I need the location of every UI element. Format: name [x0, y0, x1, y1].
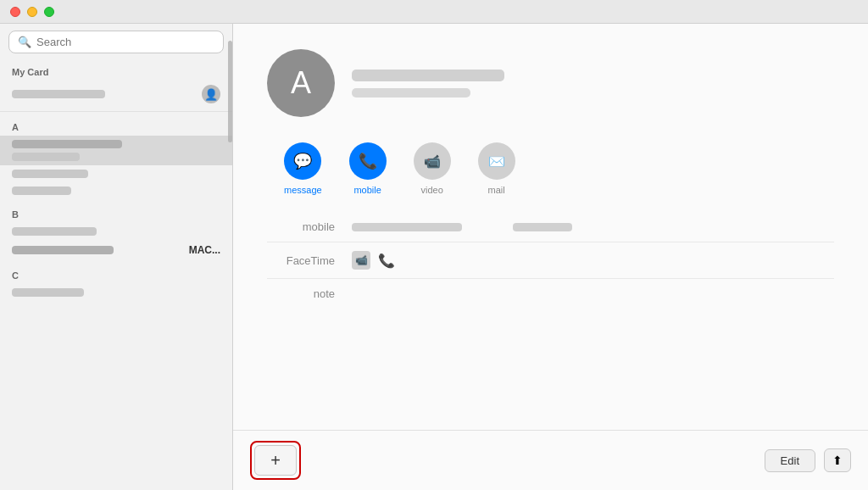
- maximize-button[interactable]: [44, 7, 54, 17]
- section-a-group: A: [0, 115, 232, 199]
- person-icon: 👤: [204, 88, 218, 101]
- phone-icon-blue: 📞: [378, 253, 395, 269]
- section-c-label: C: [0, 264, 232, 284]
- contact-2-name-blur: [12, 170, 88, 178]
- mobile-icon-circle: 📞: [349, 142, 387, 180]
- action-buttons: 💬 message 📞 mobile 📹 video ✉️: [233, 134, 868, 212]
- note-field-row: note: [267, 279, 834, 309]
- my-card-label: My Card: [0, 60, 232, 81]
- facetime-video-icon[interactable]: 📹: [352, 251, 370, 270]
- search-icon: 🔍: [18, 36, 31, 48]
- avatar: A: [267, 49, 335, 117]
- contact-1-name-blur: [12, 140, 122, 148]
- message-action-label: message: [284, 185, 322, 195]
- message-icon: 💬: [293, 152, 312, 170]
- search-bar: 🔍: [0, 24, 232, 60]
- contact-6-name-blur: [12, 288, 84, 297]
- right-buttons: Edit ⬆: [765, 448, 851, 472]
- add-button-highlight: +: [250, 441, 301, 480]
- phone-icon: 📞: [359, 152, 377, 170]
- section-b-group: B MAC...: [0, 203, 232, 260]
- mail-icon: ✉️: [488, 153, 505, 170]
- mail-icon-circle: ✉️: [478, 142, 515, 180]
- contact-4-name-blur: [12, 227, 97, 236]
- search-input-wrapper[interactable]: 🔍: [8, 31, 224, 53]
- share-icon: ⬆: [832, 454, 843, 467]
- add-contact-button[interactable]: +: [254, 445, 297, 476]
- contact-name-blur-1: [352, 70, 504, 81]
- section-a-label: A: [0, 115, 232, 136]
- contact-row-6[interactable]: [0, 284, 232, 301]
- message-icon-circle: 💬: [284, 142, 321, 180]
- contact-3-name-blur: [12, 187, 71, 195]
- scrollbar-thumb[interactable]: [228, 41, 232, 142]
- video-icon: 📹: [424, 153, 441, 170]
- mail-action-label: mail: [488, 185, 505, 195]
- video-action-label: video: [420, 185, 442, 195]
- app-container: 🔍 My Card 👤 A: [0, 24, 868, 490]
- fields-section: mobile FaceTime 📹 📞 note: [233, 212, 868, 430]
- search-input[interactable]: [36, 36, 214, 48]
- mail-action-button[interactable]: ✉️ mail: [478, 142, 515, 195]
- detail-panel: A 💬 message 📞 mobile: [233, 24, 868, 490]
- contact-row-4[interactable]: [0, 223, 232, 240]
- my-card-name-blur: [12, 90, 105, 98]
- video-action-button[interactable]: 📹 video: [414, 142, 451, 195]
- contact-1-sub-blur: [12, 153, 80, 161]
- contact-name-area: [352, 70, 504, 97]
- section-c-group: C: [0, 264, 232, 301]
- avatar-letter: A: [291, 65, 311, 101]
- contact-row-1[interactable]: [0, 136, 232, 165]
- message-action-button[interactable]: 💬 message: [284, 142, 322, 195]
- minimize-button[interactable]: [27, 7, 37, 17]
- mobile-field-label: mobile: [267, 220, 335, 233]
- share-button[interactable]: ⬆: [824, 448, 851, 472]
- note-field-label: note: [267, 287, 335, 300]
- facetime-field-row: FaceTime 📹 📞: [267, 242, 834, 279]
- plus-icon: +: [270, 451, 281, 471]
- contact-row-5[interactable]: MAC...: [0, 240, 232, 260]
- title-bar: [0, 0, 868, 24]
- my-card-person-icon: 👤: [202, 85, 220, 103]
- mac-badge: MAC...: [189, 244, 220, 256]
- section-b-label: B: [0, 203, 232, 223]
- facetime-field-label: FaceTime: [267, 254, 335, 267]
- mobile-value-blur: [352, 223, 462, 231]
- contact-5-name-blur: [12, 246, 114, 254]
- my-card-row[interactable]: 👤: [0, 81, 232, 108]
- sidebar-content: My Card 👤 A: [0, 60, 232, 490]
- mobile-field-row: mobile: [267, 212, 834, 242]
- sidebar: 🔍 My Card 👤 A: [0, 24, 233, 490]
- facetime-phone-icon[interactable]: 📞: [377, 251, 396, 270]
- my-card-section: My Card 👤: [0, 60, 232, 112]
- video-cam-icon: 📹: [355, 254, 368, 266]
- mobile-action-label: mobile: [353, 185, 381, 195]
- mobile-value-blur-2: [513, 223, 572, 231]
- video-icon-circle: 📹: [414, 142, 451, 180]
- close-button[interactable]: [10, 7, 20, 17]
- edit-button[interactable]: Edit: [765, 449, 815, 472]
- mobile-action-button[interactable]: 📞 mobile: [349, 142, 387, 195]
- contact-header: A: [233, 24, 868, 134]
- contact-row-3[interactable]: [0, 182, 232, 199]
- contact-name-blur-2: [352, 88, 470, 97]
- scrollbar-track[interactable]: [227, 24, 232, 490]
- bottom-bar: + Edit ⬆: [233, 430, 868, 490]
- contact-row-2[interactable]: [0, 165, 232, 182]
- facetime-icons: 📹 📞: [352, 251, 396, 270]
